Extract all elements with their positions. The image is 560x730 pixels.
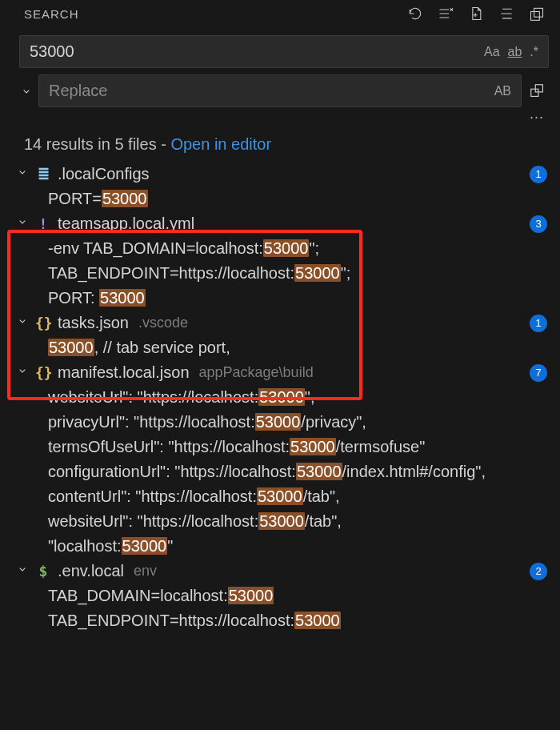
match-highlight: 53000 — [257, 487, 303, 505]
search-value: 53000 — [30, 42, 484, 61]
match-line[interactable]: -env TAB_DOMAIN=localhost:53000"; — [11, 236, 555, 261]
svg-rect-0 — [534, 8, 543, 17]
file-name: .env.local — [58, 562, 124, 580]
match-line[interactable]: contentUrl": "https://localhost:53000/ta… — [11, 484, 555, 509]
preserve-case-toggle[interactable]: AB — [494, 84, 511, 98]
panel-title: SEARCH — [24, 7, 406, 21]
chevron-down-icon[interactable] — [16, 563, 29, 580]
results-summary: 14 results in 5 files - Open in editor — [0, 129, 560, 160]
replace-input[interactable]: Replace AB — [38, 74, 522, 107]
regex-toggle[interactable]: .* — [530, 45, 538, 59]
match-line[interactable]: "localhost:53000" — [11, 534, 555, 559]
file-header[interactable]: !teamsapp.local.yml3 — [11, 211, 555, 236]
match-highlight: 53000 — [99, 289, 146, 307]
match-count-badge: 2 — [530, 563, 547, 580]
match-highlight: 53000 — [296, 463, 342, 480]
match-line[interactable]: termsOfUseUrl": "https://localhost:53000… — [11, 435, 555, 459]
match-highlight: 53000 — [290, 438, 336, 455]
match-highlight: 53000 — [258, 388, 305, 406]
match-line[interactable]: privacyUrl": "https://localhost:53000/pr… — [11, 410, 555, 435]
match-line[interactable]: 53000, // tab service port, — [11, 335, 555, 360]
match-highlight: 53000 — [228, 587, 274, 604]
match-line[interactable]: configurationUrl": "https://localhost:53… — [11, 459, 555, 484]
match-case-toggle[interactable]: Aa — [484, 45, 500, 59]
file-type-icon: ≣ — [35, 166, 51, 183]
match-line[interactable]: TAB_ENDPOINT=https://localhost:53000 — [11, 608, 555, 633]
view-tree-icon[interactable] — [498, 5, 515, 22]
replace-placeholder: Replace — [49, 82, 494, 100]
match-line[interactable]: PORT=53000 — [11, 187, 555, 211]
chevron-down-icon[interactable] — [16, 364, 29, 381]
svg-rect-1 — [531, 12, 540, 21]
match-count-badge: 1 — [530, 315, 547, 332]
match-line[interactable]: websiteUrl": "https://localhost:53000/ta… — [11, 509, 555, 534]
file-type-icon: ! — [35, 215, 51, 232]
toggle-replace-chevron[interactable] — [19, 85, 34, 98]
file-type-icon: {} — [35, 364, 51, 381]
file-header[interactable]: $.env.localenv2 — [11, 559, 555, 584]
svg-rect-2 — [531, 89, 538, 96]
match-line[interactable]: TAB_DOMAIN=localhost:53000 — [11, 584, 555, 608]
match-count-badge: 7 — [530, 364, 547, 382]
file-header[interactable]: ≣.localConfigs1 — [11, 162, 555, 187]
more-options-icon[interactable]: ··· — [0, 107, 560, 129]
refresh-icon[interactable] — [406, 5, 424, 22]
file-name: manifest.local.json — [58, 363, 190, 382]
file-name: .localConfigs — [58, 165, 150, 183]
file-type-icon: $ — [35, 563, 51, 580]
file-name: teamsapp.local.yml — [58, 215, 194, 233]
clear-results-icon[interactable] — [437, 5, 454, 22]
match-highlight: 53000 — [294, 264, 341, 282]
file-path: .vscode — [138, 315, 188, 331]
chevron-down-icon[interactable] — [16, 166, 29, 182]
replace-all-button[interactable] — [526, 78, 549, 105]
file-header[interactable]: {}tasks.json.vscode1 — [11, 311, 555, 335]
match-count-badge: 1 — [530, 166, 547, 183]
new-file-icon[interactable] — [467, 5, 485, 22]
svg-rect-3 — [535, 84, 542, 91]
match-count-badge: 3 — [530, 215, 547, 233]
whole-word-toggle[interactable]: ab — [508, 45, 522, 59]
match-line[interactable]: PORT: 53000 — [11, 286, 555, 311]
chevron-down-icon[interactable] — [16, 215, 29, 232]
match-highlight: 53000 — [263, 239, 310, 257]
file-name: tasks.json — [58, 314, 129, 332]
search-input[interactable]: 53000 Aa ab .* — [19, 35, 549, 68]
match-highlight: 53000 — [102, 190, 148, 207]
match-line[interactable]: TAB_ENDPOINT=https://localhost:53000"; — [11, 261, 555, 286]
file-path: appPackage\build — [199, 364, 314, 381]
match-highlight: 53000 — [294, 612, 341, 629]
match-highlight: 53000 — [255, 413, 302, 431]
file-header[interactable]: {}manifest.local.jsonappPackage\build7 — [11, 360, 555, 385]
collapse-all-icon[interactable] — [528, 5, 546, 22]
open-in-editor-link[interactable]: Open in editor — [170, 135, 271, 153]
chevron-down-icon[interactable] — [16, 315, 29, 331]
match-line[interactable]: websiteUrl": "https://localhost:53000", — [11, 385, 555, 410]
match-highlight: 53000 — [258, 512, 305, 530]
match-highlight: 53000 — [122, 537, 168, 555]
file-path: env — [134, 563, 157, 580]
match-highlight: 53000 — [48, 339, 94, 356]
file-type-icon: {} — [35, 315, 51, 331]
